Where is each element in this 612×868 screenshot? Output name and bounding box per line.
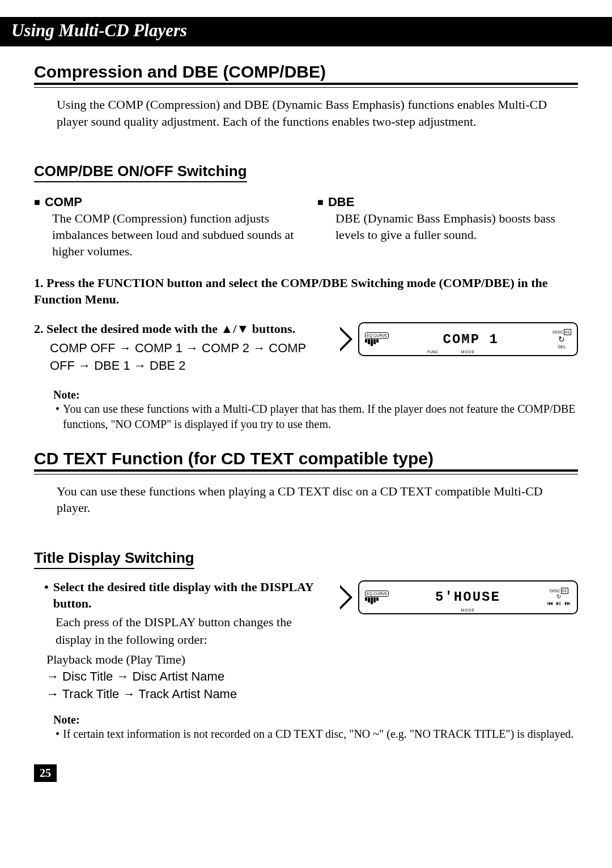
step-1-number: 1. bbox=[34, 276, 44, 290]
section-heading-cdtext: CD TEXT Function (for CD TEXT compatible… bbox=[34, 449, 578, 472]
eq-curve-label: EQ CURVE bbox=[365, 332, 389, 339]
lcd-illustration-title: EQ CURVE 5'HOUSE DISC01 ↻ ⏮ ⏯ ⏭ MODE bbox=[340, 580, 578, 614]
step-1: 1. Press the FUNCTION button and select … bbox=[34, 275, 578, 307]
bullet-icon: • bbox=[44, 579, 49, 612]
step-2-number: 2. bbox=[34, 322, 44, 336]
sel-label: SEL bbox=[558, 344, 566, 349]
mode-label: MODE bbox=[461, 350, 475, 354]
disc-label: DISC01 bbox=[547, 588, 572, 593]
note-1-body: You can use these functions with a Multi… bbox=[63, 401, 578, 432]
title-display-sequence-3: → Track Title → Track Artist Name bbox=[46, 686, 323, 703]
disc-label: DISC01 bbox=[552, 330, 571, 335]
triangle-right-icon bbox=[340, 327, 352, 352]
section-heading-compression: Compression and DBE (COMP/DBE) bbox=[34, 62, 578, 85]
note-label-1: Note: bbox=[53, 388, 578, 401]
eq-bars-icon bbox=[365, 597, 389, 604]
step-2-title: Select the desired mode with the ▲/▼ but… bbox=[46, 322, 295, 336]
page-number: 25 bbox=[34, 764, 57, 782]
subheading-comp-dbe-switching: COMP/DBE ON/OFF Switching bbox=[34, 163, 247, 182]
square-bullet-icon: ■ bbox=[34, 196, 40, 208]
bullet-icon: • bbox=[56, 726, 60, 742]
mode-label: MODE bbox=[461, 608, 475, 612]
eq-bars-icon bbox=[365, 339, 389, 346]
comp-heading-label: COMP bbox=[45, 195, 82, 209]
note-label-2: Note: bbox=[53, 713, 578, 726]
title-display-sequence-2: → Disc Title → Disc Artist Name bbox=[46, 668, 323, 686]
lcd-main-text: COMP 1 bbox=[394, 332, 547, 347]
transport-icons: ⏮ ⏯ ⏭ bbox=[547, 600, 572, 606]
section1-intro: Using the COMP (Compression) and DBE (Dy… bbox=[57, 96, 578, 130]
section2-intro: You can use these functions when playing… bbox=[57, 483, 578, 516]
subheading-title-display: Title Display Switching bbox=[34, 549, 194, 569]
square-bullet-icon: ■ bbox=[317, 196, 324, 208]
lcd-main-text: 5'HOUSE bbox=[394, 589, 541, 605]
lcd-illustration-comp: EQ CURVE COMP 1 DISC01 ↻ SEL FUNC bbox=[340, 322, 578, 356]
dbe-heading: ■DBE bbox=[317, 195, 578, 209]
dbe-heading-label: DBE bbox=[328, 195, 354, 209]
chapter-title: Using Multi-CD Players bbox=[0, 17, 612, 46]
title-display-sequence-1: Playback mode (Play Time) bbox=[46, 651, 323, 669]
step-1-title: Press the FUNCTION button and select the… bbox=[34, 276, 547, 306]
triangle-right-icon bbox=[340, 585, 352, 610]
comp-body: The COMP (Compression) function adjusts … bbox=[52, 211, 295, 259]
step-2: 2. Select the desired mode with the ▲/▼ … bbox=[34, 321, 323, 337]
repeat-icon: ↻ bbox=[547, 593, 572, 600]
repeat-icon: ↻ bbox=[558, 335, 565, 344]
lcd-panel: EQ CURVE COMP 1 DISC01 ↻ SEL FUNC bbox=[358, 322, 578, 356]
eq-curve-label: EQ CURVE bbox=[365, 591, 389, 597]
note-2-body: If certain text information is not recor… bbox=[63, 726, 573, 742]
dbe-body: DBE (Dynamic Bass Emphasis) boosts bass … bbox=[335, 211, 578, 243]
title-display-body-1: Each press of the DISPLAY button changes… bbox=[56, 614, 323, 649]
bullet-icon: • bbox=[56, 401, 60, 432]
func-label: FUNC bbox=[427, 350, 438, 354]
lcd-panel: EQ CURVE 5'HOUSE DISC01 ↻ ⏮ ⏯ ⏭ MODE bbox=[358, 580, 578, 614]
title-display-step-title: Select the desired title display with th… bbox=[53, 579, 323, 612]
title-display-step: • Select the desired title display with … bbox=[44, 579, 323, 612]
step-2-sequence: COMP OFF → COMP 1 → COMP 2 → COMP OFF → … bbox=[50, 340, 323, 375]
comp-heading: ■COMP bbox=[34, 195, 295, 209]
